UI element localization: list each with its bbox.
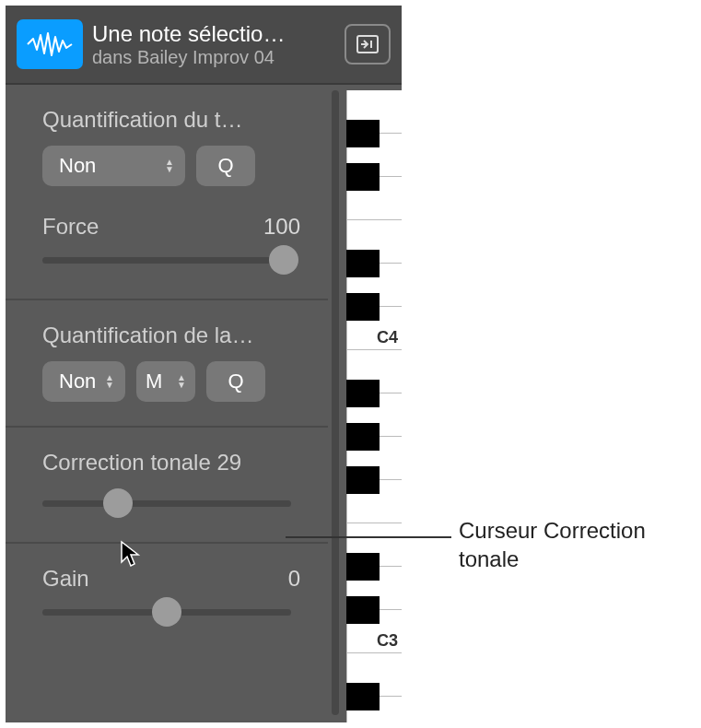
gain-value[interactable]: 0 xyxy=(288,566,300,592)
dropdown-value: Non xyxy=(59,370,96,393)
force-label: Force xyxy=(42,214,99,240)
slider-track xyxy=(42,500,291,507)
piano-black-key[interactable] xyxy=(346,596,380,624)
time-quantize-section: Quantification du t… Non ▲▼ Q Force 100 xyxy=(6,85,328,300)
time-quantize-dropdown[interactable]: Non ▲▼ xyxy=(42,146,185,186)
piano-black-key[interactable] xyxy=(346,683,380,710)
callout-line xyxy=(286,536,451,538)
key-label: C4 xyxy=(377,328,398,347)
force-slider[interactable] xyxy=(42,245,291,275)
slider-thumb[interactable] xyxy=(103,488,133,518)
piano-black-key[interactable] xyxy=(346,120,380,147)
controls-sidebar: Quantification du t… Non ▲▼ Q Force 100 … xyxy=(6,85,328,722)
gain-row: Gain 0 xyxy=(42,566,300,592)
slider-thumb[interactable] xyxy=(152,597,181,627)
piano-ruler[interactable]: C4C3 xyxy=(346,90,402,722)
updown-caret-icon: ▲▼ xyxy=(165,159,174,173)
slider-track xyxy=(42,257,291,264)
section-title: Quantification du t… xyxy=(42,107,300,133)
gain-label: Gain xyxy=(42,566,89,592)
scale-root-dropdown[interactable]: Non ▲▼ xyxy=(42,361,125,402)
scale-quantize-section: Quantification de la… Non ▲▼ M ▲▼ Q xyxy=(6,300,328,428)
callout-label: Curseur Correction tonale xyxy=(459,516,689,573)
force-value[interactable]: 100 xyxy=(263,214,300,240)
key-label: C3 xyxy=(377,631,398,651)
gain-section: Gain 0 xyxy=(6,544,328,651)
section-title: Quantification de la… xyxy=(42,323,300,348)
piano-black-key[interactable] xyxy=(346,466,380,494)
piano-black-key[interactable] xyxy=(346,553,380,581)
piano-black-key[interactable] xyxy=(346,163,380,191)
header: Une note sélectio… dans Bailey Improv 04 xyxy=(6,6,402,85)
header-text: Une note sélectio… dans Bailey Improv 04 xyxy=(92,21,335,68)
piano-black-key[interactable] xyxy=(346,293,380,321)
piano-black-key[interactable] xyxy=(346,423,380,451)
vertical-scrollbar[interactable] xyxy=(332,90,339,715)
gain-slider[interactable] xyxy=(42,597,291,627)
slider-thumb[interactable] xyxy=(269,245,298,275)
piano-black-key[interactable] xyxy=(346,250,380,277)
dropdown-value: M xyxy=(146,370,162,393)
audio-waveform-icon[interactable] xyxy=(17,19,83,69)
quantize-button[interactable]: Q xyxy=(206,361,265,402)
section-title: Correction tonale 29 xyxy=(42,450,300,476)
page-subtitle: dans Bailey Improv 04 xyxy=(92,47,335,68)
force-row: Force 100 xyxy=(42,214,300,240)
updown-caret-icon: ▲▼ xyxy=(177,374,186,389)
piano-black-key[interactable] xyxy=(346,380,380,407)
pitch-correction-section: Correction tonale 29 xyxy=(6,428,328,544)
editor-panel: Une note sélectio… dans Bailey Improv 04… xyxy=(6,6,402,722)
scale-type-dropdown[interactable]: M ▲▼ xyxy=(136,361,195,402)
dropdown-value: Non xyxy=(59,154,96,178)
page-title: Une note sélectio… xyxy=(92,21,335,47)
catch-playhead-button[interactable] xyxy=(345,24,391,65)
quantize-button[interactable]: Q xyxy=(196,146,255,186)
updown-caret-icon: ▲▼ xyxy=(105,374,114,389)
pitch-correction-slider[interactable] xyxy=(42,488,291,518)
